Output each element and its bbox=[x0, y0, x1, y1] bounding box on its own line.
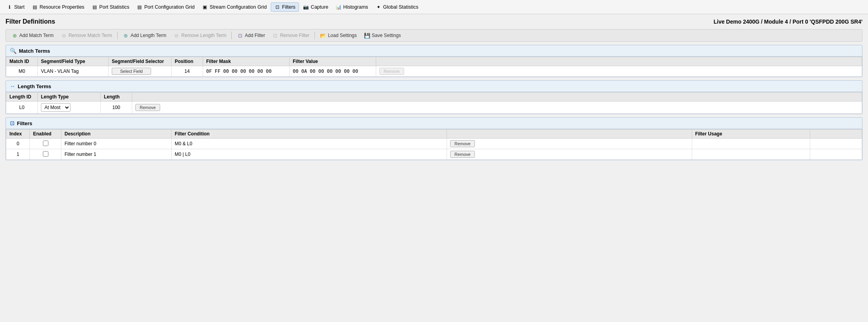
filter-value-cell: 00 0A 00 00 00 00 00 00 bbox=[290, 66, 376, 77]
nav-label-port-statistics: Port Statistics bbox=[99, 4, 129, 10]
remove-length-term-icon: ⊖ bbox=[174, 32, 180, 39]
length-term-row-0: L0 At Least At Most Exactly Not 100 Remo… bbox=[6, 102, 862, 114]
match-term-row-0: M0 VLAN - VLAN Tag Select Field 14 0F FF… bbox=[6, 66, 862, 77]
match-remove-button-0[interactable]: Remove bbox=[379, 68, 404, 75]
nav-item-port-statistics[interactable]: ▤ Port Statistics bbox=[88, 3, 132, 11]
nav-item-stream-config-grid[interactable]: ▣ Stream Configuration Grid bbox=[199, 3, 270, 11]
filters-section-header: ⊡ Filters bbox=[6, 118, 862, 129]
col-header-segment-field-type: Segment/Field Type bbox=[38, 57, 109, 66]
filter-usage-0 bbox=[692, 139, 810, 149]
match-terms-header: 🔍 Match Terms bbox=[6, 45, 862, 57]
col-header-length-type: Length Type bbox=[38, 93, 101, 102]
header-row: Filter Definitions Live Demo 2400G / Mod… bbox=[6, 18, 862, 25]
match-terms-icon: 🔍 bbox=[10, 48, 17, 54]
port-statistics-icon: ▤ bbox=[91, 4, 98, 10]
col-header-filter-mask: Filter Mask bbox=[203, 57, 290, 66]
resource-properties-icon: ▤ bbox=[31, 4, 38, 10]
filter-remove-button-0[interactable]: Remove bbox=[450, 140, 475, 147]
length-value-cell: 100 bbox=[101, 102, 132, 114]
capture-icon: 📷 bbox=[303, 4, 309, 10]
start-icon: ℹ bbox=[6, 4, 13, 10]
main-content: Filter Definitions Live Demo 2400G / Mod… bbox=[0, 14, 868, 167]
match-terms-table: Match ID Segment/Field Type Segment/Fiel… bbox=[6, 57, 862, 77]
remove-filter-icon: ⊡ bbox=[272, 32, 279, 39]
length-terms-title: Length Terms bbox=[18, 83, 51, 89]
filter-mask-cell: 0F FF 00 00 00 00 00 00 bbox=[203, 66, 290, 77]
filter-remove-cell-1: Remove bbox=[447, 149, 692, 160]
match-id-cell: M0 bbox=[6, 66, 38, 77]
nav-label-stream-config-grid: Stream Configuration Grid bbox=[210, 4, 267, 10]
col-header-description: Description bbox=[61, 130, 172, 139]
filter-remove-cell-0: Remove bbox=[447, 139, 692, 149]
length-terms-table: Length ID Length Type Length L0 At Least… bbox=[6, 92, 862, 114]
filter-enabled-checkbox-1[interactable] bbox=[43, 151, 48, 157]
col-header-length: Length bbox=[101, 93, 132, 102]
filters-table: Index Enabled Description Filter Conditi… bbox=[6, 129, 862, 160]
length-terms-header-row: Length ID Length Type Length bbox=[6, 93, 862, 102]
toolbar-sep-1 bbox=[117, 31, 118, 39]
col-header-length-id: Length ID bbox=[6, 93, 38, 102]
nav-item-capture[interactable]: 📷 Capture bbox=[300, 3, 331, 11]
filter-index-1: 1 bbox=[6, 149, 30, 160]
nav-label-histograms: Histograms bbox=[343, 4, 368, 10]
segment-field-selector-cell: Select Field bbox=[109, 66, 172, 77]
remove-filter-label: Remove Filter bbox=[280, 33, 310, 38]
col-header-filter-usage: Filter Usage bbox=[692, 130, 810, 139]
stream-config-grid-icon: ▣ bbox=[202, 4, 208, 10]
toolbar-sep-3 bbox=[314, 31, 315, 39]
filter-remove-button-1[interactable]: Remove bbox=[450, 151, 475, 158]
col-header-extra bbox=[810, 130, 862, 139]
nav-item-histograms[interactable]: 📊 Histograms bbox=[332, 3, 371, 11]
filters-panel: ⊡ Filters Index Enabled Description Filt… bbox=[6, 117, 862, 160]
remove-length-term-button[interactable]: ⊖ Remove Length Term bbox=[170, 31, 230, 40]
col-header-actions-match bbox=[376, 57, 862, 66]
device-label: Live Demo 2400G / Module 4 / Port 0 'QSF… bbox=[713, 19, 862, 25]
save-settings-icon: 💾 bbox=[364, 32, 370, 39]
nav-label-resource-properties: Resource Properties bbox=[39, 4, 84, 10]
nav-item-start[interactable]: ℹ Start bbox=[3, 3, 28, 11]
nav-label-start: Start bbox=[14, 4, 24, 10]
filter-row-1: 1 Filter number 1 M0 | L0 Remove bbox=[6, 149, 862, 160]
add-match-term-button[interactable]: ⊕ Add Match Term bbox=[8, 31, 57, 40]
remove-filter-button[interactable]: ⊡ Remove Filter bbox=[269, 31, 313, 40]
col-header-position: Position bbox=[172, 57, 203, 66]
length-terms-header: ↔ Length Terms bbox=[6, 81, 862, 92]
segment-field-type-cell: VLAN - VLAN Tag bbox=[38, 66, 109, 77]
select-field-button[interactable]: Select Field bbox=[112, 68, 151, 75]
col-header-filter-condition: Filter Condition bbox=[172, 130, 447, 139]
remove-match-term-button[interactable]: ⊖ Remove Match Term bbox=[57, 31, 115, 40]
filters-header-row: Index Enabled Description Filter Conditi… bbox=[6, 130, 862, 139]
save-settings-button[interactable]: 💾 Save Settings bbox=[361, 31, 404, 40]
filter-description-1: Filter number 1 bbox=[61, 149, 172, 160]
match-terms-title: Match Terms bbox=[19, 48, 50, 54]
filters-icon: ⊡ bbox=[274, 4, 281, 10]
add-length-term-icon: ⊕ bbox=[123, 32, 129, 39]
save-settings-label: Save Settings bbox=[372, 33, 401, 38]
nav-item-port-config-grid[interactable]: ▤ Port Configuration Grid bbox=[133, 3, 198, 11]
nav-item-global-statistics[interactable]: ✦ Global Statistics bbox=[372, 3, 422, 11]
add-match-term-label: Add Match Term bbox=[19, 33, 54, 38]
length-remove-button-0[interactable]: Remove bbox=[135, 104, 160, 111]
load-settings-button[interactable]: 📂 Load Settings bbox=[317, 31, 360, 40]
filter-description-0: Filter number 0 bbox=[61, 139, 172, 149]
nav-bar: ℹ Start ▤ Resource Properties ▤ Port Sta… bbox=[0, 0, 868, 14]
nav-item-filters[interactable]: ⊡ Filters bbox=[271, 2, 299, 12]
nav-item-resource-properties[interactable]: ▤ Resource Properties bbox=[28, 3, 87, 11]
length-remove-cell: Remove bbox=[132, 102, 862, 114]
add-length-term-button[interactable]: ⊕ Add Length Term bbox=[120, 31, 170, 40]
filter-condition-0: M0 & L0 bbox=[172, 139, 447, 149]
col-header-filter-value: Filter Value bbox=[290, 57, 376, 66]
match-terms-panel: 🔍 Match Terms Match ID Segment/Field Typ… bbox=[6, 45, 862, 77]
toolbar: ⊕ Add Match Term ⊖ Remove Match Term ⊕ A… bbox=[6, 29, 862, 42]
filter-condition-1: M0 | L0 bbox=[172, 149, 447, 160]
add-filter-button[interactable]: ⊡ Add Filter bbox=[234, 31, 268, 40]
toolbar-sep-2 bbox=[231, 31, 232, 39]
filter-enabled-0-cell bbox=[30, 139, 61, 149]
col-header-actions-length bbox=[132, 93, 862, 102]
filter-enabled-checkbox-0[interactable] bbox=[43, 141, 48, 146]
nav-label-filters: Filters bbox=[282, 4, 295, 10]
add-match-term-icon: ⊕ bbox=[11, 32, 18, 39]
col-header-index: Index bbox=[6, 130, 30, 139]
col-header-match-id: Match ID bbox=[6, 57, 38, 66]
length-type-select[interactable]: At Least At Most Exactly Not bbox=[41, 103, 70, 112]
